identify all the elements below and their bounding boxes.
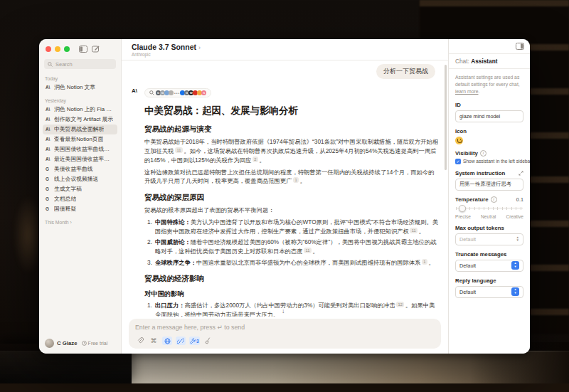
assistant-settings-panel: Chat: Assistant Assistant settings are u… <box>448 39 530 354</box>
visibility-checkbox-label: Show assistant in the left sidebar <box>463 159 530 164</box>
chat-scrollbar[interactable] <box>445 65 447 170</box>
command-shortcut-icon[interactable]: ⌘ <box>149 337 159 345</box>
info-icon[interactable]: i <box>491 196 497 203</box>
anthropic-icon: A\ <box>46 106 51 113</box>
info-icon[interactable]: i <box>480 150 486 157</box>
sidebar-item[interactable]: A\润色 Notion 文章 <box>43 83 117 92</box>
assistant-emoji-icon[interactable] <box>455 137 463 144</box>
citation-badge[interactable]: 12 <box>396 302 404 307</box>
web-browsing-toggle-icon[interactable] <box>162 337 172 345</box>
zoom-window-button[interactable] <box>64 46 70 52</box>
sidebar-item-label: 美债收益率曲线 <box>54 166 93 173</box>
system-instruction-field[interactable]: 用第一性原理进行思考 <box>455 179 523 191</box>
search-icon <box>48 62 53 67</box>
source-favicon <box>169 90 174 95</box>
checkbox-checked-icon[interactable]: ✓ <box>455 159 461 164</box>
source-favicon: ft <box>201 90 206 95</box>
reply-language-select[interactable]: Default ▲▼ <box>455 286 523 298</box>
select-stepper-icon[interactable]: ▲▼ <box>511 287 519 296</box>
sidebar-item[interactable]: A\中美贸易战全面解析 <box>43 125 117 134</box>
sidebar-item-label: 润色 Notion 文章 <box>54 84 95 91</box>
visibility-checkbox-row[interactable]: ✓ Show assistant in the left sidebar <box>455 159 523 164</box>
clear-conversation-icon[interactable] <box>203 337 213 345</box>
tools-count-badge[interactable]: 3 <box>189 337 200 345</box>
sidebar-item[interactable]: A\创作散文与 Artifact 展示 <box>43 115 117 125</box>
search-placeholder: Search <box>55 61 73 68</box>
list-item: 1.出口压力：高盛估计，多达2000万人（约占中国劳动力的3%）可能受到对美出口… <box>144 301 440 317</box>
truncate-value: Default <box>459 263 476 269</box>
account-row[interactable]: C Glaze Free trial <box>39 334 121 354</box>
slider-thumb[interactable] <box>459 205 466 212</box>
minimize-window-button[interactable] <box>55 46 60 52</box>
max-tokens-field[interactable]: Default ▲▼ <box>455 233 523 245</box>
search-input[interactable]: Search <box>44 59 116 69</box>
truncate-select[interactable]: Default ▲▼ <box>455 260 523 272</box>
list-item-number: 1. <box>144 301 152 317</box>
visibility-label-text: Visibility <box>455 150 478 157</box>
user-message-bubble: 分析一下贸易战 <box>376 64 435 79</box>
citation-badge[interactable]: 11 <box>175 147 183 153</box>
citation-badge[interactable]: 11 <box>410 228 418 233</box>
source-favicon-row: GG•••GWft <box>156 90 206 95</box>
scroll-to-bottom-arrow[interactable]: ↓ <box>282 307 285 314</box>
text-run: 中国追求重塑以北京而非华盛顿为中心的全球秩序，而美国则试图维持现有的国际体系 <box>196 259 420 266</box>
expand-icon[interactable] <box>519 171 523 176</box>
sidebar-item-label: 润色 Notion 上的 Fia 文章 <box>54 106 115 113</box>
web-search-sources-pill[interactable]: GG•••GWft <box>144 88 211 97</box>
anthropic-icon: A\ <box>46 126 51 133</box>
sidebar-item[interactable]: A\查看最新Notion页面 <box>43 134 117 144</box>
list-item-content: 中国威胁论：随着中国经济规模超过美国的60%（被称为“60%定律”），美国将中国… <box>155 238 440 256</box>
close-window-button[interactable] <box>46 46 51 52</box>
system-instruction-label: System instruction <box>455 170 523 176</box>
settings-description: Assistant settings are used as default s… <box>455 74 523 96</box>
sidebar-item[interactable]: G美债收益率曲线 <box>43 164 117 174</box>
anthropic-icon: A\ <box>46 146 51 153</box>
attachment-icon[interactable] <box>135 337 145 345</box>
text-run: 贸易战的根本原因超出了表面的贸易不平衡问题： <box>144 206 275 213</box>
section-heading: 贸易战的经济影响 <box>144 274 440 284</box>
section-heading: 贸易战的深层原因 <box>144 193 440 203</box>
citation-badge[interactable]: 2 <box>252 157 258 162</box>
panel-body: Assistant settings are used as default s… <box>449 69 530 303</box>
model-selector[interactable]: Claude 3.7 Sonnet › <box>132 43 438 51</box>
chat-label: Chat: <box>455 58 469 65</box>
sidebar-item[interactable]: G文档总结 <box>43 194 117 204</box>
sidebar-item[interactable]: G生成文字稿 <box>43 184 117 194</box>
sidebar-item[interactable]: G线上会议视频播送 <box>43 174 117 184</box>
citation-badge[interactable]: 1 <box>422 259 427 265</box>
text-run: 这种边缘政策对抗已远超特朗普上次担任总统期间的程度，特朗普第一任期内的关税战持续… <box>144 169 434 185</box>
anthropic-icon: A\ <box>46 84 51 91</box>
id-field[interactable]: glaze mind model <box>455 110 523 122</box>
section-heading: 贸易战的起源与演变 <box>144 125 440 134</box>
learn-more-link[interactable]: learn more <box>455 89 479 94</box>
assistant-label: Assistant <box>471 58 497 65</box>
sidebar-item[interactable]: A\润色 Notion 上的 Fia 文章 <box>43 105 117 115</box>
sidebar-item[interactable]: G国债释疑 <box>43 204 117 214</box>
max-tokens-label: Max output tokens <box>455 225 523 231</box>
id-label: ID <box>455 102 523 108</box>
truncate-label: Truncate messages <box>455 251 523 258</box>
text-run: 随着中国经济规模超过美国的60%（被称为“60%定律”），美国将中国视为挑战其霸… <box>155 238 437 255</box>
icon-label: Icon <box>455 128 523 134</box>
select-stepper-icon[interactable]: ▲▼ <box>511 261 519 270</box>
citation-badge[interactable]: 11 <box>304 248 312 253</box>
temperature-slider[interactable] <box>456 205 523 212</box>
toggle-right-panel-icon[interactable] <box>516 43 524 50</box>
message-input[interactable]: Enter a message here, press ↵ to send <box>135 324 435 331</box>
sidebar-item-label: 查看最新Notion页面 <box>54 136 103 143</box>
temperature-value: 0.1 <box>516 196 523 203</box>
sidebar-item[interactable]: A\美国国债收益率曲线分析 <box>43 144 117 154</box>
assistant-answer: 中美贸易战：起因、发展与影响分析贸易战的起源与演变中美贸易战始于2018年，当时… <box>144 105 440 317</box>
text-run: 高盛估计，多达2000万人（约占中国劳动力的3%）可能受到对美出口影响的冲击 <box>184 302 395 309</box>
toggle-sidebar-icon[interactable] <box>79 46 87 53</box>
message-list[interactable]: 分析一下贸易战 A\ GG•••GWft 中美贸易战：起因、发展与影响分析贸易战… <box>122 60 448 317</box>
link-toggle-icon[interactable] <box>176 337 186 345</box>
citation-badge[interactable]: 1 <box>293 177 299 183</box>
anthropic-logo-icon: A\ <box>132 85 141 317</box>
panel-header <box>449 39 530 54</box>
composer: Enter a message here, press ↵ to send ⌘ … <box>129 319 441 349</box>
new-chat-icon[interactable] <box>92 46 100 53</box>
model-name: Claude 3.7 Sonnet <box>132 43 196 51</box>
stepper-icon[interactable]: ▲▼ <box>516 236 519 243</box>
sidebar-item[interactable]: A\最近美国国债收益率曲线检... <box>43 154 117 164</box>
